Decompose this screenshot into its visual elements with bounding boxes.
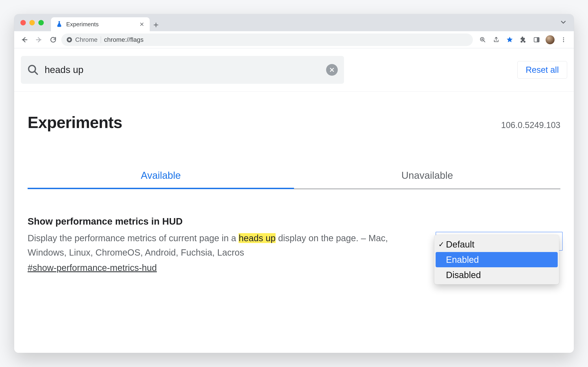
flags-search-box[interactable] [21, 56, 344, 84]
new-tab-button[interactable] [150, 19, 162, 31]
omnibox-url: chrome://flags [104, 36, 144, 43]
tab-available-label: Available [141, 170, 181, 181]
tab-strip: Experiments [14, 14, 574, 31]
svg-rect-5 [537, 38, 539, 42]
profile-avatar[interactable] [544, 33, 556, 46]
omnibox[interactable]: Chrome chrome://flags [61, 33, 473, 46]
forward-button[interactable] [32, 33, 45, 46]
svg-point-2 [68, 39, 71, 41]
close-window-button[interactable] [20, 20, 26, 25]
bookmark-icon[interactable] [503, 33, 516, 46]
clear-search-button[interactable] [326, 64, 338, 76]
flag-dropdown: ✓ Default ✓ Enabled ✓ Disabled [434, 235, 559, 284]
omnibox-chip-label: Chrome [75, 36, 98, 43]
omnibox-chip: Chrome [66, 36, 98, 43]
tab-available[interactable]: Available [28, 163, 294, 189]
tab-unavailable[interactable]: Unavailable [294, 163, 560, 189]
fullscreen-window-button[interactable] [38, 20, 44, 25]
flag-entry: Show performance metrics in HUD Display … [28, 216, 560, 273]
option-label: Disabled [446, 270, 481, 280]
chrome-icon [66, 37, 72, 43]
flask-icon [56, 21, 63, 28]
svg-point-8 [563, 41, 564, 42]
tab-overflow-icon[interactable] [559, 18, 567, 27]
reload-button[interactable] [47, 33, 59, 46]
flag-desc-pre: Display the performance metrics of curre… [28, 233, 239, 243]
tab-unavailable-label: Unavailable [402, 170, 453, 181]
toolbar: Chrome chrome://flags [14, 31, 574, 48]
svg-rect-0 [58, 21, 60, 22]
minimize-window-button[interactable] [29, 20, 35, 25]
svg-point-6 [563, 37, 564, 38]
reset-all-label: Reset all [526, 65, 559, 75]
flag-title: Show performance metrics in HUD [28, 216, 427, 227]
dropdown-option-enabled[interactable]: ✓ Enabled [436, 252, 558, 267]
search-icon [27, 64, 39, 76]
page-content: Reset all Experiments 106.0.5249.103 Ava… [14, 48, 574, 353]
omnibox-separator [101, 36, 101, 43]
option-label: Enabled [446, 255, 479, 265]
page-title: Experiments [28, 113, 122, 132]
flags-search-input[interactable] [44, 64, 321, 75]
sidepanel-icon[interactable] [530, 33, 543, 46]
search-row: Reset all [14, 48, 574, 92]
flag-anchor[interactable]: #show-performance-metrics-hud [28, 263, 157, 273]
extensions-icon[interactable] [517, 33, 529, 46]
dropdown-option-default[interactable]: ✓ Default [436, 237, 558, 252]
back-button[interactable] [18, 33, 31, 46]
flag-description: Display the performance metrics of curre… [28, 231, 427, 260]
window-controls [18, 14, 46, 31]
chrome-window: Experiments [14, 14, 574, 353]
check-icon: ✓ [438, 240, 445, 249]
chrome-version: 106.0.5249.103 [501, 120, 560, 130]
share-icon[interactable] [490, 33, 502, 46]
browser-tab[interactable]: Experiments [51, 17, 150, 31]
reset-all-button[interactable]: Reset all [517, 61, 567, 79]
option-label: Default [446, 239, 475, 250]
menu-icon[interactable] [557, 33, 570, 46]
dropdown-option-disabled[interactable]: ✓ Disabled [436, 267, 558, 283]
toolbar-right [476, 33, 570, 46]
svg-point-7 [563, 39, 564, 40]
tab-title: Experiments [66, 21, 135, 28]
flag-desc-highlight: heads up [239, 233, 276, 243]
zoom-icon[interactable] [476, 33, 489, 46]
close-tab-icon[interactable] [138, 21, 145, 28]
flags-tabs: Available Unavailable [28, 163, 560, 189]
